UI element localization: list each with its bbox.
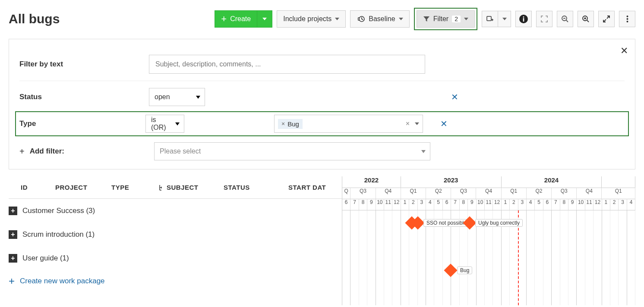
table-header: ID PROJECT TYPE SUBJECT STATUS START DAT: [9, 176, 342, 199]
chevron-down-icon[interactable]: [415, 122, 419, 125]
plus-icon: +: [221, 14, 227, 24]
include-projects-button[interactable]: Include projects: [277, 10, 346, 28]
gantt-month: 7: [451, 199, 459, 210]
gantt-month: 3: [418, 199, 426, 210]
th-project[interactable]: PROJECT: [55, 184, 111, 191]
expand-button[interactable]: [598, 11, 615, 27]
gantt-month: 8: [359, 199, 367, 210]
gantt-body[interactable]: SSO not possible Ugly bug correctly Bug: [342, 210, 635, 305]
page-title: All bugs: [9, 12, 60, 26]
info-icon: [519, 14, 528, 24]
more-button[interactable]: [619, 11, 635, 27]
gantt-month: 11: [384, 199, 392, 210]
gantt-quarter: Q1: [502, 188, 527, 199]
gantt-quarter: Q1: [602, 188, 635, 199]
gantt-quarter: Q1: [401, 188, 426, 199]
gantt-month: 4: [527, 199, 535, 210]
gantt-month: 3: [619, 199, 627, 210]
settings-button[interactable]: [482, 11, 498, 27]
gantt-month: 9: [568, 199, 577, 210]
filter-icon: [423, 16, 430, 22]
hierarchy-icon: [159, 185, 164, 191]
create-work-package-link[interactable]: + Create new work package: [9, 270, 342, 287]
chevron-down-icon: [399, 18, 403, 20]
status-select[interactable]: open: [149, 88, 205, 106]
filter-text-input[interactable]: [149, 55, 425, 74]
chevron-down-icon: [502, 18, 507, 20]
expand-icon[interactable]: +: [9, 207, 17, 215]
filter-text-label: Filter by text: [19, 60, 149, 69]
milestone-label: Ugly bug correctly: [475, 219, 523, 227]
gantt-year: 2024: [502, 176, 602, 188]
add-filter-row: + Add filter: Please select: [19, 136, 625, 160]
gantt-quarter: Q3: [451, 188, 476, 199]
filter-button-highlight: Filter 2: [414, 8, 477, 30]
gantt-month: 10: [376, 199, 384, 210]
gantt-header: 202220232024 QQ3Q4Q1Q2Q3Q4Q1Q2Q3Q4Q1 678…: [342, 176, 635, 210]
zoom-in-button[interactable]: [578, 11, 594, 27]
gantt-month: 5: [434, 199, 442, 210]
filter-text-row: Filter by text: [19, 50, 625, 79]
type-value-input[interactable]: × Bug ×: [274, 115, 423, 133]
svg-point-8: [626, 18, 628, 20]
create-button-group: + Create: [215, 10, 272, 28]
expand-icon[interactable]: +: [9, 230, 17, 239]
filter-count-badge: 2: [452, 16, 461, 22]
svg-point-9: [626, 21, 628, 22]
gantt-month: 3: [518, 199, 527, 210]
milestone-label: Bug: [457, 266, 472, 274]
gantt-month: 2: [510, 199, 518, 210]
remove-type-filter[interactable]: ✕: [440, 119, 448, 129]
gantt-quarter: Q4: [577, 188, 602, 199]
table-row[interactable]: + Customer Success (3): [9, 199, 342, 222]
filter-button[interactable]: Filter 2: [417, 10, 475, 28]
gantt-month: 2: [409, 199, 417, 210]
plus-icon: +: [9, 275, 15, 287]
table-row[interactable]: + Scrum introduction (1): [9, 222, 342, 246]
gantt-quarter: Q4: [376, 188, 401, 199]
zoom-out-icon: [561, 15, 569, 23]
expand-icon: [603, 15, 610, 23]
gantt-month: 4: [627, 199, 635, 210]
type-operator-select[interactable]: is (OR): [145, 115, 184, 133]
th-id[interactable]: ID: [21, 184, 55, 191]
chevron-down-icon: [464, 18, 468, 20]
toolbar: All bugs + Create Include projects Basel…: [9, 8, 635, 30]
add-filter-select[interactable]: Please select: [154, 142, 430, 160]
th-start-date[interactable]: START DAT: [288, 184, 342, 191]
gantt-month: 11: [585, 199, 593, 210]
create-dropdown[interactable]: [257, 10, 272, 28]
close-icon[interactable]: ✕: [620, 45, 628, 56]
gantt-year: 2022: [342, 176, 401, 188]
gantt-month: 1: [602, 199, 610, 210]
th-subject[interactable]: SUBJECT: [159, 184, 224, 191]
settings-dropdown[interactable]: [498, 11, 511, 27]
info-button[interactable]: [515, 11, 532, 27]
chevron-down-icon: [335, 18, 339, 20]
chevron-down-icon: [196, 96, 200, 99]
gantt-month: 6: [342, 199, 350, 210]
clear-icon[interactable]: ×: [406, 120, 410, 128]
gantt-month: 11: [485, 199, 493, 210]
gantt-month: 8: [460, 199, 468, 210]
filter-status-row: Status open ✕: [19, 83, 625, 111]
gear-plus-icon: [486, 15, 494, 23]
gantt-year: 2023: [401, 176, 502, 188]
chip-remove-icon[interactable]: ×: [281, 120, 285, 127]
th-type[interactable]: TYPE: [111, 184, 159, 191]
zoom-out-button[interactable]: [557, 11, 573, 27]
gantt-month: 10: [477, 199, 485, 210]
gantt-quarter: Q2: [426, 188, 451, 199]
create-button[interactable]: + Create: [215, 10, 257, 28]
gantt-quarter: Q2: [527, 188, 552, 199]
baseline-button[interactable]: Baseline: [350, 10, 409, 28]
fullscreen-button[interactable]: [536, 11, 552, 27]
table-row[interactable]: + User guide (1): [9, 246, 342, 270]
th-status[interactable]: STATUS: [224, 184, 288, 191]
gantt-month: 12: [392, 199, 401, 210]
type-chip: × Bug: [278, 119, 303, 129]
gantt-month: 9: [367, 199, 376, 210]
expand-icon[interactable]: +: [9, 254, 17, 263]
kebab-icon: [626, 15, 628, 23]
remove-status-filter[interactable]: ✕: [451, 92, 458, 102]
